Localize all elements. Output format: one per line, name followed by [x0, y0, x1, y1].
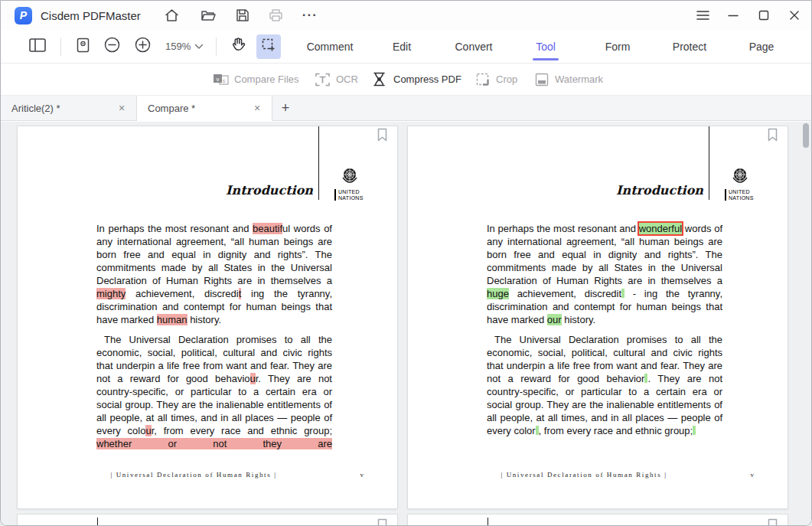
save-icon — [236, 8, 249, 22]
folder-icon — [201, 9, 216, 22]
app-window: P Cisdem PDFMaster ··· — [0, 0, 812, 526]
tool-options-row: sv Compare Files OCR Compress PDF Crop — [1, 64, 811, 96]
compare-files-button[interactable]: sv Compare Files — [213, 64, 299, 95]
more-menu-button[interactable]: ··· — [298, 4, 321, 27]
toolbar-separator — [216, 38, 217, 56]
page-heading: Introduction — [226, 183, 313, 198]
minus-circle-icon — [104, 37, 120, 56]
header-rule — [709, 126, 709, 200]
watermark-label: Watermark — [555, 74, 603, 85]
un-emblem-icon — [341, 166, 380, 188]
hamburger-icon — [696, 10, 709, 21]
crop-icon — [475, 72, 491, 87]
compress-icon — [370, 71, 388, 87]
panel-icon — [29, 38, 46, 55]
vertical-scrollbar-thumb[interactable] — [803, 123, 809, 148]
zoom-level-dropdown[interactable]: 159% — [162, 41, 207, 52]
page-footer: | Universal Declaration of Human Rights … — [79, 471, 308, 479]
close-tab-icon[interactable]: × — [250, 101, 264, 115]
tab-convert[interactable]: Convert — [438, 30, 510, 63]
watermark-button[interactable]: Watermark — [534, 64, 603, 95]
window-controls — [687, 1, 811, 30]
compare-files-icon: sv — [213, 73, 229, 86]
tab-form[interactable]: Form — [582, 30, 654, 63]
select-area-tool-button[interactable] — [256, 34, 281, 59]
hand-icon — [229, 36, 247, 57]
un-text-line1: UNITED — [338, 189, 364, 195]
page-text-right: In perhaps the most resonant and wonderf… — [487, 222, 722, 437]
ribbon-menu: Comment Edit Convert Tool Form Protect P… — [294, 30, 797, 63]
svg-text:v: v — [217, 76, 220, 83]
pdf-page-right: Introduction UNITED NATIONS In perhaps t… — [408, 126, 788, 508]
page-gear-icon — [77, 38, 90, 56]
minimize-button[interactable] — [718, 1, 748, 30]
page-number: v — [751, 471, 755, 479]
ocr-label: OCR — [336, 74, 358, 85]
zoom-in-button[interactable] — [130, 34, 155, 59]
hand-tool-button[interactable] — [226, 34, 250, 59]
tab-edit[interactable]: Edit — [366, 30, 438, 63]
pdf-next-page-left — [18, 515, 397, 525]
minimize-icon — [728, 10, 739, 21]
bookmark-icon[interactable] — [766, 127, 779, 146]
bookmark-icon[interactable] — [376, 127, 389, 146]
close-icon — [789, 10, 800, 21]
close-tab-icon[interactable]: × — [115, 101, 129, 115]
print-button[interactable] — [265, 4, 288, 27]
un-emblem-icon — [731, 166, 771, 188]
tab-protect[interactable]: Protect — [654, 30, 726, 63]
compress-pdf-button[interactable]: Compress PDF — [370, 64, 461, 95]
app-logo: P — [15, 7, 32, 25]
sidebar-panel-toggle[interactable] — [25, 34, 50, 59]
doc-tab-label: Compare * — [148, 103, 244, 114]
un-text-bar — [725, 189, 726, 201]
doc-tab-label: Ariticle(2) * — [11, 103, 109, 114]
close-button[interactable] — [779, 1, 810, 30]
compare-viewport[interactable]: Introduction UNITED NATIONS In perhaps t… — [1, 122, 811, 525]
header-rule — [488, 518, 488, 525]
zoom-level-value: 159% — [165, 41, 191, 52]
page-text-left: In perhaps the most resonant and beautif… — [96, 222, 332, 450]
header-rule — [318, 126, 319, 200]
un-text-bar — [334, 189, 336, 201]
bookmark-icon[interactable] — [376, 518, 389, 525]
doc-tab-ariticle[interactable]: Ariticle(2) * × — [1, 96, 137, 120]
ellipsis-icon: ··· — [302, 8, 318, 23]
compress-pdf-label: Compress PDF — [393, 74, 461, 85]
un-text-line2: NATIONS — [338, 195, 364, 201]
open-file-button[interactable] — [197, 4, 220, 27]
tab-tool[interactable]: Tool — [510, 30, 582, 63]
title-bar: P Cisdem PDFMaster ··· — [1, 1, 811, 30]
ocr-icon — [315, 72, 331, 87]
bookmark-icon[interactable] — [766, 518, 779, 525]
page-settings-button[interactable] — [70, 34, 95, 59]
un-logo: UNITED NATIONS — [725, 166, 771, 201]
main-toolbar: 159% Comment Edit Convert Tool Form Prot… — [1, 30, 811, 64]
maximize-icon — [758, 10, 769, 21]
un-logo: UNITED NATIONS — [334, 166, 380, 201]
home-icon — [165, 8, 179, 22]
home-button[interactable] — [161, 4, 184, 27]
page-number: v — [360, 471, 364, 479]
crop-label: Crop — [496, 74, 517, 85]
save-button[interactable] — [231, 4, 254, 27]
crop-button[interactable]: Crop — [475, 64, 517, 95]
maximize-button[interactable] — [748, 1, 779, 30]
tab-comment[interactable]: Comment — [294, 30, 366, 63]
compare-files-label: Compare Files — [234, 74, 299, 85]
marquee-select-icon — [261, 38, 276, 56]
pdf-next-page-right — [408, 515, 788, 525]
new-tab-button[interactable]: + — [272, 96, 298, 120]
main-menu-button[interactable] — [687, 1, 718, 30]
doc-tab-compare[interactable]: Compare * × — [137, 96, 272, 121]
ocr-button[interactable]: OCR — [315, 64, 358, 95]
print-icon — [269, 8, 283, 22]
document-tab-bar: Ariticle(2) * × Compare * × + — [1, 96, 811, 121]
page-heading: Introduction — [616, 183, 703, 198]
zoom-out-button[interactable] — [99, 34, 124, 59]
plus-circle-icon — [135, 37, 151, 56]
toolbar-separator — [60, 38, 61, 56]
un-text-line1: UNITED — [729, 189, 754, 195]
tab-page[interactable]: Page — [726, 30, 797, 63]
app-title: Cisdem PDFMaster — [41, 9, 141, 22]
